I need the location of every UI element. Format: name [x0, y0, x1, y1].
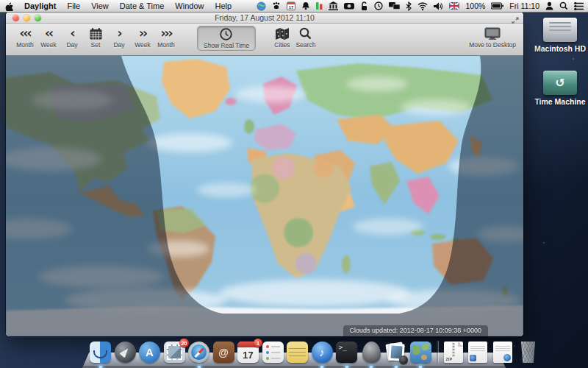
week-forward-icon: ››	[139, 26, 146, 40]
globe-menu-icon[interactable]	[257, 1, 266, 11]
month-back-icon: ‹‹‹	[19, 26, 30, 40]
unlocked-padlock-menu-icon[interactable]	[360, 1, 368, 11]
calendar-toolbar-icon	[90, 26, 102, 40]
battery-icon[interactable]	[491, 2, 503, 10]
dock-daylight-icon[interactable]	[410, 342, 431, 363]
clock-toolbar-icon	[220, 27, 232, 41]
clouds-status-text: Clouds updated: 2012-08-17 10:09:38 +000…	[343, 325, 488, 336]
move-to-desktop-button[interactable]: Move to Desktop	[467, 26, 517, 49]
dock-trash-icon[interactable]	[517, 342, 539, 363]
menu-help[interactable]: Help	[215, 1, 232, 10]
world-map: Clouds updated: 2012-08-17 10:09:38 +000…	[6, 56, 523, 336]
display-toolbar-icon	[484, 26, 501, 40]
menu-view[interactable]: View	[91, 1, 109, 10]
dock-egg-app-icon[interactable]	[361, 342, 382, 363]
month-back-button[interactable]: ‹‹‹ Month	[13, 26, 37, 49]
day-back-icon: ‹	[70, 26, 74, 40]
week-back-icon: ‹‹	[45, 26, 52, 40]
day-back-button[interactable]: ‹ Day	[60, 26, 84, 49]
dock-safari-icon[interactable]	[188, 342, 209, 363]
bluetooth-menu-icon[interactable]	[406, 1, 412, 11]
dock-itunes-icon[interactable]: ♪	[312, 342, 333, 363]
apple-menu-icon[interactable]	[4, 1, 13, 11]
dock-separator	[437, 341, 438, 363]
hard-drive-icon	[543, 18, 577, 42]
dock-notes-icon[interactable]	[287, 342, 308, 363]
map-toolbar-icon	[276, 26, 289, 40]
activity-bars-menu-icon[interactable]	[316, 1, 323, 10]
search-toolbar-icon	[299, 26, 312, 40]
month-forward-icon: ›››	[160, 26, 171, 40]
bank-menu-icon[interactable]	[329, 1, 338, 10]
search-button[interactable]: Search	[294, 26, 318, 49]
dock-calendar-icon[interactable]: 17 1	[237, 342, 259, 363]
cities-button[interactable]: Cities	[270, 26, 294, 49]
set-date-button[interactable]: Set	[84, 26, 107, 49]
day-forward-button[interactable]: › Day	[107, 26, 131, 49]
bell-menu-icon[interactable]	[301, 1, 310, 10]
week-forward-button[interactable]: ›› Week	[131, 26, 154, 49]
month-forward-button[interactable]: ››› Month	[154, 26, 178, 49]
close-button[interactable]	[12, 15, 19, 21]
wifi-menu-icon[interactable]	[417, 2, 428, 10]
calendar-menu-icon[interactable]: 17	[287, 1, 295, 10]
minimize-button[interactable]	[24, 15, 30, 21]
dock-terminal-icon[interactable]: >_	[336, 342, 357, 363]
paw-menu-icon[interactable]	[272, 1, 281, 10]
notification-center-icon[interactable]	[574, 2, 584, 10]
desktop-icon-macintosh-hd[interactable]: Macintosh HD	[528, 18, 588, 53]
desktop-icon-time-machine[interactable]: ↺ Time Machine	[528, 71, 588, 106]
dock-contacts-icon[interactable]: @	[213, 342, 234, 363]
menu-clock[interactable]: Fri 11:10	[509, 1, 539, 10]
dock-photo-booth-icon[interactable]	[385, 342, 406, 363]
menu-file[interactable]: File	[67, 1, 80, 10]
dock-document-icon-1[interactable]	[468, 342, 490, 363]
dock-mail-icon[interactable]: 20	[164, 342, 185, 363]
dock-reminders-icon[interactable]	[262, 342, 284, 363]
dock-zip-document-icon[interactable]: ZIP	[444, 342, 465, 363]
dock-launchpad-icon[interactable]	[115, 342, 136, 363]
window-title: Friday, 17 August 2012 11:10	[215, 13, 315, 22]
toolbar: ‹‹‹ Month ‹‹ Week ‹ Day Set › Day ›› Wee…	[6, 24, 523, 56]
show-real-time-button[interactable]: Show Real Time	[197, 26, 256, 51]
title-bar[interactable]: Friday, 17 August 2012 11:10	[6, 12, 523, 24]
dock-document-icon-2[interactable]	[493, 342, 514, 363]
zoom-button[interactable]	[35, 15, 41, 21]
day-forward-icon: ›	[117, 26, 121, 40]
svg-text:17: 17	[289, 5, 294, 10]
week-back-button[interactable]: ‹‹ Week	[37, 26, 60, 49]
dock-finder-icon[interactable]	[90, 342, 111, 363]
clock-menu-icon[interactable]	[374, 1, 383, 10]
menu-app-name[interactable]: Daylight	[24, 1, 56, 10]
camera-menu-icon[interactable]	[344, 2, 354, 10]
menu-bar: Daylight File View Date & Time Window He…	[0, 0, 588, 13]
battery-percent[interactable]: 100%	[465, 1, 485, 10]
mail-badge: 20	[179, 339, 188, 347]
daylight-window: Friday, 17 August 2012 11:10 ‹‹‹ Month ‹…	[6, 12, 523, 336]
dock: A 20 @ 17 1 ♪ >_	[82, 336, 506, 368]
menu-window[interactable]: Window	[175, 1, 204, 10]
calendar-badge: 1	[254, 339, 262, 347]
user-menu-icon[interactable]	[545, 1, 553, 10]
dock-app-store-icon[interactable]: A	[139, 342, 160, 363]
volume-menu-icon[interactable]	[434, 2, 443, 10]
uk-flag-menu-icon[interactable]	[449, 2, 459, 10]
time-machine-icon: ↺	[543, 71, 577, 95]
displays-menu-icon[interactable]	[389, 2, 400, 10]
menu-date-time[interactable]: Date & Time	[120, 1, 165, 10]
spotlight-icon[interactable]	[559, 1, 568, 10]
